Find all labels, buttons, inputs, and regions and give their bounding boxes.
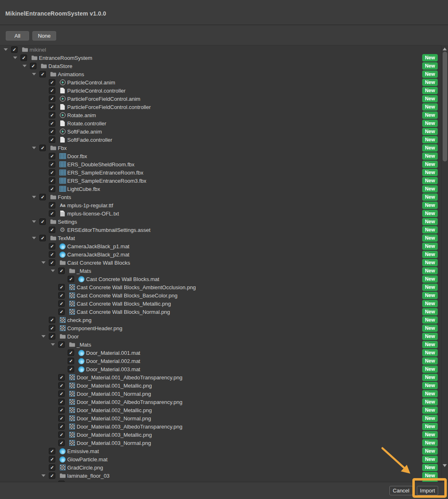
item-checkbox[interactable]: ✓ — [58, 284, 65, 290]
tree-item-label[interactable]: Door — [67, 333, 79, 340]
item-checkbox[interactable]: ✓ — [58, 300, 65, 307]
item-checkbox[interactable]: ✓ — [49, 333, 55, 340]
tree-row[interactable]: ✓Cast Concrete Wall Blocks_Metallic.pngN… — [0, 299, 441, 308]
disclosure-triangle[interactable] — [50, 268, 55, 273]
tree-row[interactable]: ✓Cast Concrete Wall BlocksNew — [0, 259, 441, 267]
item-checkbox[interactable]: ✓ — [58, 308, 65, 315]
tree-row[interactable]: ✓DoorNew — [0, 332, 441, 340]
item-checkbox[interactable]: ✓ — [49, 79, 55, 86]
tree-item-label[interactable]: ERSEditorThumbnailSettings.asset — [67, 227, 150, 233]
select-all-button[interactable]: All — [6, 31, 29, 41]
tree-row[interactable]: ✓CameraJackBlack_p2.matNew — [0, 250, 441, 259]
tree-row[interactable]: ✓Door.fbxNew — [0, 152, 441, 160]
tree-item-label[interactable]: DataStore — [48, 63, 73, 69]
tree-item-label[interactable]: EntranceRoomSystem — [39, 55, 92, 61]
tree-row[interactable]: ✓Door_Material.001.matNew — [0, 349, 441, 357]
item-checkbox[interactable]: ✓ — [30, 63, 36, 69]
item-checkbox[interactable]: ✓ — [68, 349, 74, 356]
tree-row[interactable]: ✓GlowParticle.matNew — [0, 455, 441, 463]
tree-item-label[interactable]: mplus-1p-regular.ttf — [67, 202, 113, 209]
tree-item-label[interactable]: Door_Material.002.mat — [86, 358, 140, 364]
item-checkbox[interactable]: ✓ — [68, 276, 74, 282]
tree-row[interactable]: ✓Door_Material.002.matNew — [0, 357, 441, 365]
tree-row[interactable]: ✓Cast Concrete Wall Blocks.matNew — [0, 275, 441, 283]
disclosure-triangle[interactable] — [41, 473, 46, 478]
disclosure-triangle[interactable] — [32, 236, 36, 240]
item-checkbox[interactable]: ✓ — [11, 46, 18, 53]
tree-row[interactable]: ✓Rotate.animNew — [0, 111, 441, 119]
tree-row[interactable]: ✓DataStoreNew — [0, 62, 441, 70]
tree-row[interactable]: ✓Door_Material.001_Normal.pngNew — [0, 390, 441, 398]
tree-item-label[interactable]: Door_Material.001_Metallic.png — [77, 383, 152, 389]
tree-row[interactable]: ✓FbxNew — [0, 144, 441, 152]
tree-row[interactable]: ✓Door_Material.001_AlbedoTransparency.pn… — [0, 373, 441, 381]
item-checkbox[interactable]: ✓ — [39, 71, 46, 77]
package-file-tree[interactable]: ✓mikinel✓EntranceRoomSystemNew✓DataStore… — [0, 45, 441, 482]
item-checkbox[interactable]: ✓ — [58, 292, 65, 299]
item-checkbox[interactable]: ✓ — [49, 456, 55, 463]
disclosure-triangle[interactable] — [32, 72, 36, 77]
tree-row[interactable]: ✓Door_Material.002_Metallic.pngNew — [0, 406, 441, 414]
tree-item-label[interactable]: Cast Concrete Wall Blocks.mat — [86, 276, 159, 282]
disclosure-triangle[interactable] — [32, 219, 36, 224]
tree-item-label[interactable]: Door_Material.002_AlbedoTransparency.png — [77, 399, 182, 405]
scroll-down-arrow-icon[interactable] — [443, 464, 447, 467]
item-checkbox[interactable]: ✓ — [49, 153, 55, 159]
tree-item-label[interactable]: ParticleForceFieldControl.anim — [67, 96, 140, 102]
vertical-scrollbar[interactable] — [441, 45, 448, 482]
tree-item-label[interactable]: Rotate.controller — [67, 120, 106, 127]
item-checkbox[interactable]: ✓ — [58, 440, 65, 446]
tree-row[interactable]: ✓GradCircle.pngNew — [0, 463, 441, 472]
tree-row[interactable]: ✓CameraJackBlack_p1.matNew — [0, 242, 441, 250]
item-checkbox[interactable]: ✓ — [58, 382, 65, 389]
tree-row[interactable]: ✓ParticleForceFieldControl.controllerNew — [0, 103, 441, 111]
tree-item-label[interactable]: Cast Concrete Wall Blocks_BaseColor.png — [77, 293, 177, 299]
disclosure-triangle[interactable] — [41, 260, 46, 265]
select-none-button[interactable]: None — [32, 31, 56, 41]
tree-row[interactable]: ✓ERS_SampleEntranceRoom.fbxNew — [0, 168, 441, 177]
tree-row[interactable]: ✓⚙ERSEditorThumbnailSettings.assetNew — [0, 226, 441, 234]
tree-item-label[interactable]: ComponentHeader.png — [67, 325, 122, 331]
tree-row[interactable]: ✓Door_Material.002_AlbedoTransparency.pn… — [0, 398, 441, 406]
item-checkbox[interactable]: ✓ — [49, 136, 55, 143]
item-checkbox[interactable]: ✓ — [58, 423, 65, 430]
tree-item-label[interactable]: mikinel — [30, 47, 46, 53]
item-checkbox[interactable]: ✓ — [58, 431, 65, 438]
tree-item-label[interactable]: ParticleControl.anim — [67, 79, 115, 86]
tree-row[interactable]: ✓ComponentHeader.pngNew — [0, 324, 441, 332]
item-checkbox[interactable]: ✓ — [39, 194, 46, 200]
tree-row[interactable]: ✓Door_Material.003.matNew — [0, 365, 441, 373]
item-checkbox[interactable]: ✓ — [49, 177, 55, 184]
tree-row[interactable]: ✓_MatsNew — [0, 340, 441, 349]
tree-item-label[interactable]: Settings — [58, 219, 77, 225]
tree-row[interactable]: ✓Door_Material.003_Normal.pngNew — [0, 439, 441, 447]
tree-row[interactable]: ✓Cast Concrete Wall Blocks_BaseColor.png… — [0, 291, 441, 299]
cancel-button[interactable]: Cancel — [389, 486, 413, 495]
tree-item-label[interactable]: Door_Material.003_Metallic.png — [77, 432, 152, 438]
tree-item-label[interactable]: Door_Material.003_AlbedoTransparency.png — [77, 424, 182, 430]
tree-row[interactable]: ✓Door_Material.003_AlbedoTransparency.pn… — [0, 422, 441, 431]
tree-row[interactable]: ✓check.pngNew — [0, 316, 441, 324]
tree-item-label[interactable]: laminate_floor_03 — [67, 473, 109, 479]
tree-row[interactable]: ✓Door_Material.002_Normal.pngNew — [0, 414, 441, 422]
tree-item-label[interactable]: check.png — [67, 317, 91, 323]
tree-row[interactable]: ✓Cast Concrete Wall Blocks_Normal.pngNew — [0, 308, 441, 316]
tree-row[interactable]: ✓EntranceRoomSystemNew — [0, 54, 441, 62]
tree-item-label[interactable]: GlowParticle.mat — [67, 456, 107, 463]
item-checkbox[interactable]: ✓ — [49, 186, 55, 192]
tree-row[interactable]: ✓ERS_SampleEntranceRoom3.fbxNew — [0, 177, 441, 185]
item-checkbox[interactable]: ✓ — [49, 243, 55, 250]
item-checkbox[interactable]: ✓ — [58, 268, 65, 274]
item-checkbox[interactable]: ✓ — [58, 415, 65, 422]
disclosure-triangle[interactable] — [41, 334, 46, 339]
tree-row[interactable]: ✓mikinel — [0, 45, 441, 54]
tree-row[interactable]: ✓ParticleControl.controllerNew — [0, 86, 441, 95]
tree-row[interactable]: ✓ERS_DoubleSheldRoom.fbxNew — [0, 160, 441, 168]
tree-item-label[interactable]: ParticleForceFieldControl.controller — [67, 104, 151, 110]
tree-item-label[interactable]: Door_Material.003.mat — [86, 366, 140, 372]
item-checkbox[interactable]: ✓ — [49, 112, 55, 118]
tree-item-label[interactable]: Rotate.anim — [67, 112, 96, 118]
tree-item-label[interactable]: Door_Material.003_Normal.png — [77, 440, 151, 446]
tree-item-label[interactable]: ERS_SampleEntranceRoom3.fbx — [67, 178, 146, 184]
tree-item-label[interactable]: _Mats — [77, 342, 91, 348]
